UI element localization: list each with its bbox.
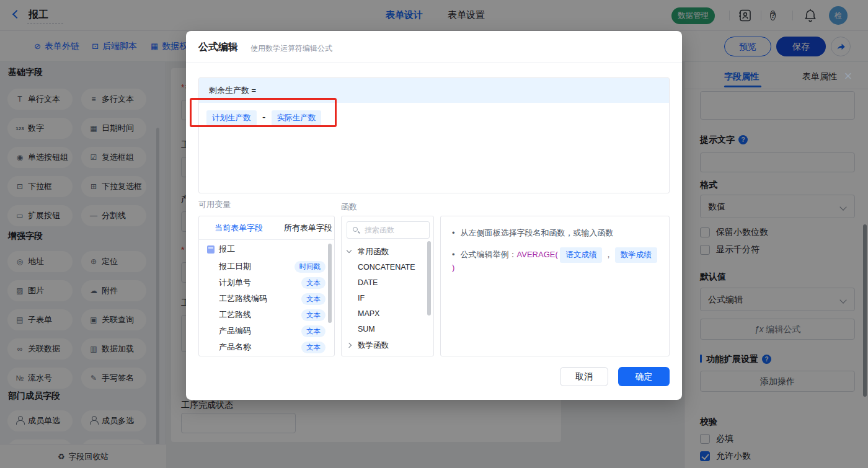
form-node-row[interactable]: 报工 bbox=[199, 240, 334, 258]
confirm-button[interactable]: 确定 bbox=[618, 367, 670, 386]
function-item[interactable]: IF bbox=[342, 291, 433, 306]
annotation-highlight-box bbox=[190, 98, 337, 127]
function-item[interactable]: MAPX bbox=[342, 306, 433, 322]
function-item[interactable]: CONCATENATE bbox=[342, 260, 433, 275]
type-badge: 时间戳 bbox=[294, 261, 326, 273]
tab-all-form-fields[interactable]: 所有表单字段 bbox=[284, 223, 332, 232]
panel-scrollbar[interactable] bbox=[328, 244, 332, 323]
functions-panel: 搜索函数 常用函数 CONCATENATE DATE IF MAPX SUM 数… bbox=[341, 216, 434, 356]
type-badge: 文本 bbox=[301, 342, 326, 353]
tab-current-form-fields[interactable]: 当前表单字段 bbox=[215, 223, 263, 232]
type-badge: 文本 bbox=[301, 277, 326, 289]
formula-editor-box[interactable]: 剩余生产数 = 计划生产数 - 实际生产数 bbox=[198, 77, 670, 193]
chevron-down-icon bbox=[347, 248, 352, 253]
modal-subtitle: 使用数学运算符编辑公式 bbox=[250, 43, 332, 54]
formula-editor-modal: 公式编辑 使用数学运算符编辑公式 × 剩余生产数 = 计划生产数 - 实际生产数… bbox=[186, 31, 682, 400]
type-badge: 文本 bbox=[301, 293, 326, 305]
example-field-token: 数学成绩 bbox=[615, 247, 657, 263]
tips-panel: 从左侧面板选择字段名和函数，或输入函数 公式编辑举例：AVERAGE( 语文成绩… bbox=[440, 216, 670, 356]
variable-row[interactable]: 计划单号文本 bbox=[199, 275, 334, 291]
function-item[interactable]: DATE bbox=[342, 275, 433, 291]
variables-panel: 当前表单字段 所有表单字段 报工 报工日期时间戳 计划单号文本 工艺路线编码文本… bbox=[198, 216, 335, 356]
variable-row[interactable]: 报工日期时间戳 bbox=[199, 258, 334, 275]
function-item[interactable]: SUM bbox=[342, 322, 433, 337]
variables-tabs: 当前表单字段 所有表单字段 bbox=[199, 216, 334, 240]
modal-title: 公式编辑 bbox=[198, 41, 238, 54]
type-badge: 文本 bbox=[301, 309, 326, 321]
variable-row[interactable]: 产品名称文本 bbox=[199, 339, 334, 355]
function-name: AVERAGE( bbox=[517, 250, 558, 259]
function-group-math[interactable]: 数学函数 bbox=[342, 337, 433, 353]
functions-label: 函数 bbox=[341, 201, 357, 213]
app-root: 报工 表单设计 表单设置 数据管理 ? 检 ⊘表单外链 ⊡后端脚本 ▦数据权 预… bbox=[0, 0, 868, 468]
search-icon bbox=[353, 227, 358, 232]
chevron-right-icon bbox=[347, 343, 352, 348]
function-search-input[interactable]: 搜索函数 bbox=[347, 221, 430, 239]
function-group-common[interactable]: 常用函数 bbox=[342, 244, 433, 260]
variable-row[interactable]: 工艺路线文本 bbox=[199, 307, 334, 323]
tip-line: 从左侧面板选择字段名和函数，或输入函数 bbox=[452, 227, 659, 239]
function-group-text[interactable]: 文本函数 bbox=[342, 353, 433, 356]
modal-header: 公式编辑 使用数学运算符编辑公式 bbox=[186, 31, 682, 63]
tip-example-line: 公式编辑举例：AVERAGE( 语文成绩 ， 数学成绩 ) bbox=[452, 247, 659, 272]
variable-row[interactable]: 工艺路线编码文本 bbox=[199, 291, 334, 307]
variable-row[interactable]: 产品编码文本 bbox=[199, 323, 334, 339]
variables-label: 可用变量 bbox=[198, 199, 231, 210]
type-badge: 文本 bbox=[301, 325, 326, 337]
panel-scrollbar[interactable] bbox=[427, 241, 431, 316]
form-doc-icon bbox=[207, 245, 215, 254]
cancel-button[interactable]: 取消 bbox=[560, 367, 608, 386]
close-icon[interactable]: × bbox=[840, 68, 856, 84]
example-field-token: 语文成绩 bbox=[560, 247, 602, 263]
